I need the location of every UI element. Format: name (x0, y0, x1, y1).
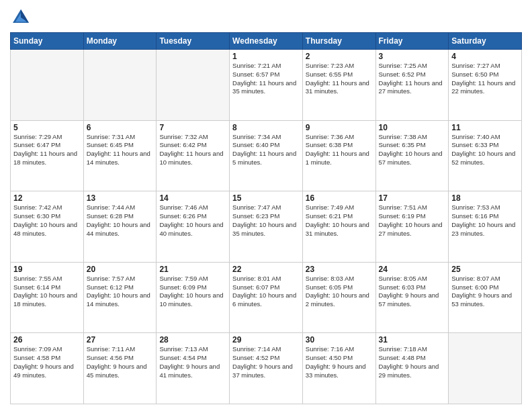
day-info: Sunrise: 7:18 AMSunset: 4:48 PMDaylight:… (379, 345, 446, 379)
calendar-day-cell: 7Sunrise: 7:32 AMSunset: 6:42 PMDaylight… (157, 120, 230, 191)
calendar-day-cell: 2Sunrise: 7:23 AMSunset: 6:55 PMDaylight… (302, 50, 375, 121)
day-info: Sunrise: 7:14 AMSunset: 4:52 PMDaylight:… (232, 345, 300, 379)
day-info: Sunrise: 7:44 AMSunset: 6:28 PMDaylight:… (87, 203, 154, 238)
calendar-day-cell: 30Sunrise: 7:16 AMSunset: 4:50 PMDayligh… (302, 333, 375, 404)
calendar-day-cell: 5Sunrise: 7:29 AMSunset: 6:47 PMDaylight… (11, 120, 84, 191)
day-number: 1 (232, 52, 300, 61)
calendar-day-cell: 13Sunrise: 7:44 AMSunset: 6:28 PMDayligh… (83, 191, 157, 263)
day-info: Sunrise: 8:03 AMSunset: 6:05 PMDaylight:… (306, 275, 373, 309)
day-number: 10 (379, 123, 446, 132)
day-number: 25 (451, 265, 519, 274)
day-number: 26 (13, 335, 81, 345)
calendar-day-cell: 21Sunrise: 7:59 AMSunset: 6:09 PMDayligh… (157, 262, 230, 333)
calendar-table: Sunday Monday Tuesday Wednesday Thursday… (10, 32, 522, 404)
day-number: 2 (306, 52, 373, 61)
day-number: 5 (13, 123, 81, 132)
day-number: 3 (379, 52, 446, 61)
day-info: Sunrise: 7:55 AMSunset: 6:14 PMDaylight:… (13, 275, 81, 309)
day-info: Sunrise: 7:42 AMSunset: 6:30 PMDaylight:… (13, 203, 81, 238)
day-info: Sunrise: 8:05 AMSunset: 6:03 PMDaylight:… (379, 275, 446, 309)
calendar-day-cell: 28Sunrise: 7:13 AMSunset: 4:54 PMDayligh… (157, 333, 230, 404)
calendar-day-cell: 31Sunrise: 7:18 AMSunset: 4:48 PMDayligh… (375, 333, 449, 404)
day-number: 15 (232, 193, 300, 203)
calendar-day-cell: 10Sunrise: 7:38 AMSunset: 6:35 PMDayligh… (375, 120, 449, 191)
day-number: 14 (159, 193, 226, 203)
day-number: 23 (306, 265, 373, 274)
day-number: 6 (87, 123, 154, 132)
day-info: Sunrise: 7:21 AMSunset: 6:57 PMDaylight:… (232, 62, 300, 96)
calendar-day-cell: 14Sunrise: 7:46 AMSunset: 6:26 PMDayligh… (157, 191, 230, 263)
day-info: Sunrise: 7:36 AMSunset: 6:38 PMDaylight:… (306, 133, 373, 167)
calendar-week-row: 1Sunrise: 7:21 AMSunset: 6:57 PMDaylight… (11, 50, 522, 121)
calendar-day-cell: 1Sunrise: 7:21 AMSunset: 6:57 PMDaylight… (230, 50, 303, 121)
calendar-week-row: 12Sunrise: 7:42 AMSunset: 6:30 PMDayligh… (11, 191, 522, 263)
day-number: 17 (379, 193, 446, 203)
calendar-day-cell: 3Sunrise: 7:25 AMSunset: 6:52 PMDaylight… (375, 50, 449, 121)
logo (10, 7, 34, 28)
day-number: 8 (232, 123, 300, 132)
calendar-day-cell: 6Sunrise: 7:31 AMSunset: 6:45 PMDaylight… (83, 120, 157, 191)
day-info: Sunrise: 7:46 AMSunset: 6:26 PMDaylight:… (159, 203, 226, 238)
day-number: 31 (379, 335, 446, 345)
calendar-day-cell: 20Sunrise: 7:57 AMSunset: 6:12 PMDayligh… (83, 262, 157, 333)
day-number: 29 (232, 335, 300, 345)
day-info: Sunrise: 7:38 AMSunset: 6:35 PMDaylight:… (379, 133, 446, 167)
calendar-day-cell: 22Sunrise: 8:01 AMSunset: 6:07 PMDayligh… (230, 262, 303, 333)
day-info: Sunrise: 7:49 AMSunset: 6:21 PMDaylight:… (306, 203, 373, 238)
day-info: Sunrise: 7:13 AMSunset: 4:54 PMDaylight:… (159, 345, 226, 379)
calendar-day-cell: 27Sunrise: 7:11 AMSunset: 4:56 PMDayligh… (83, 333, 157, 404)
day-info: Sunrise: 7:40 AMSunset: 6:33 PMDaylight:… (451, 133, 519, 167)
col-thursday: Thursday (302, 33, 375, 50)
calendar-day-cell: 23Sunrise: 8:03 AMSunset: 6:05 PMDayligh… (302, 262, 375, 333)
calendar-day-cell: 17Sunrise: 7:51 AMSunset: 6:19 PMDayligh… (375, 191, 449, 263)
day-number: 27 (87, 335, 154, 345)
calendar-day-cell: 24Sunrise: 8:05 AMSunset: 6:03 PMDayligh… (375, 262, 449, 333)
page: Sunday Monday Tuesday Wednesday Thursday… (0, 0, 532, 411)
col-wednesday: Wednesday (230, 33, 303, 50)
day-info: Sunrise: 7:53 AMSunset: 6:16 PMDaylight:… (451, 203, 519, 238)
calendar-day-cell: 29Sunrise: 7:14 AMSunset: 4:52 PMDayligh… (230, 333, 303, 404)
calendar-day-cell: 18Sunrise: 7:53 AMSunset: 6:16 PMDayligh… (449, 191, 522, 263)
calendar-day-cell (11, 50, 84, 121)
logo-icon (10, 7, 32, 28)
day-info: Sunrise: 7:16 AMSunset: 4:50 PMDaylight:… (306, 345, 373, 379)
col-saturday: Saturday (449, 33, 522, 50)
calendar-week-row: 19Sunrise: 7:55 AMSunset: 6:14 PMDayligh… (11, 262, 522, 333)
col-monday: Monday (83, 33, 157, 50)
day-number: 9 (306, 123, 373, 132)
day-info: Sunrise: 7:11 AMSunset: 4:56 PMDaylight:… (87, 345, 154, 379)
day-info: Sunrise: 7:47 AMSunset: 6:23 PMDaylight:… (232, 203, 300, 238)
calendar-header-row: Sunday Monday Tuesday Wednesday Thursday… (11, 33, 522, 50)
day-info: Sunrise: 7:59 AMSunset: 6:09 PMDaylight:… (159, 275, 226, 309)
calendar-day-cell: 8Sunrise: 7:34 AMSunset: 6:40 PMDaylight… (230, 120, 303, 191)
col-sunday: Sunday (11, 33, 84, 50)
day-number: 30 (306, 335, 373, 345)
day-number: 28 (159, 335, 226, 345)
day-number: 12 (13, 193, 81, 203)
day-number: 21 (159, 265, 226, 274)
day-info: Sunrise: 7:29 AMSunset: 6:47 PMDaylight:… (13, 133, 81, 167)
day-number: 22 (232, 265, 300, 274)
day-info: Sunrise: 8:07 AMSunset: 6:00 PMDaylight:… (451, 275, 519, 309)
day-info: Sunrise: 7:34 AMSunset: 6:40 PMDaylight:… (232, 133, 300, 167)
day-number: 11 (451, 123, 519, 132)
day-number: 16 (306, 193, 373, 203)
calendar-day-cell: 25Sunrise: 8:07 AMSunset: 6:00 PMDayligh… (449, 262, 522, 333)
day-number: 7 (159, 123, 226, 132)
day-number: 13 (87, 193, 154, 203)
calendar-day-cell: 11Sunrise: 7:40 AMSunset: 6:33 PMDayligh… (449, 120, 522, 191)
day-info: Sunrise: 7:32 AMSunset: 6:42 PMDaylight:… (159, 133, 226, 167)
day-number: 19 (13, 265, 81, 274)
day-info: Sunrise: 7:27 AMSunset: 6:50 PMDaylight:… (451, 62, 519, 96)
calendar-week-row: 26Sunrise: 7:09 AMSunset: 4:58 PMDayligh… (11, 333, 522, 404)
day-info: Sunrise: 7:09 AMSunset: 4:58 PMDaylight:… (13, 345, 81, 379)
calendar-day-cell: 9Sunrise: 7:36 AMSunset: 6:38 PMDaylight… (302, 120, 375, 191)
calendar-day-cell (449, 333, 522, 404)
day-number: 20 (87, 265, 154, 274)
calendar-day-cell: 4Sunrise: 7:27 AMSunset: 6:50 PMDaylight… (449, 50, 522, 121)
calendar-week-row: 5Sunrise: 7:29 AMSunset: 6:47 PMDaylight… (11, 120, 522, 191)
day-info: Sunrise: 7:51 AMSunset: 6:19 PMDaylight:… (379, 203, 446, 238)
calendar-day-cell (83, 50, 157, 121)
calendar-day-cell: 26Sunrise: 7:09 AMSunset: 4:58 PMDayligh… (11, 333, 84, 404)
col-tuesday: Tuesday (157, 33, 230, 50)
